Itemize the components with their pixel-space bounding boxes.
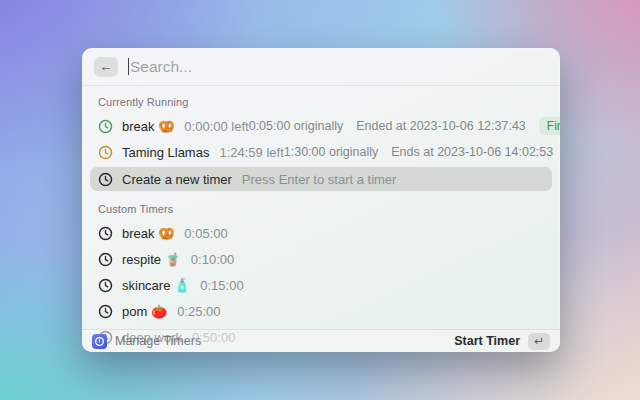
- return-key-icon: ↵: [528, 333, 550, 350]
- custom-timer-row[interactable]: pom 🍅 0:25:00: [90, 298, 552, 324]
- timer-duration: 0:25:00: [177, 304, 220, 319]
- running-timer-row[interactable]: break 🥨 0:00:00 left 0:05:00 originally …: [90, 113, 552, 139]
- search-bar: ← Search...: [82, 48, 560, 86]
- timer-duration: 0:05:00: [184, 226, 227, 241]
- section-header-custom-timers: Custom Timers: [90, 193, 552, 220]
- section-header-currently-running: Currently Running: [90, 90, 552, 113]
- timer-duration: 0:10:00: [191, 252, 234, 267]
- clock-icon: [98, 226, 113, 241]
- timer-time-left: 1:24:59 left: [219, 145, 283, 160]
- timer-title: respite 🧋: [122, 252, 181, 267]
- launcher-window: ← Search... Currently Running break 🥨 0:…: [82, 48, 560, 352]
- custom-timer-row[interactable]: respite 🧋 0:10:00: [90, 246, 552, 272]
- footer-bar: Manage Timers Start Timer ↵: [82, 329, 560, 352]
- timers-app-icon: [92, 334, 107, 349]
- search-placeholder: Search...: [130, 58, 192, 76]
- timer-title: break 🥨: [122, 119, 174, 134]
- timer-end-info: Ended at 2023-10-06 12:37:43: [356, 119, 526, 133]
- results-list: Currently Running break 🥨 0:00:00 left 0…: [82, 86, 560, 350]
- timer-original-duration: 1:30:00 originally: [284, 145, 379, 159]
- back-button[interactable]: ←: [94, 57, 118, 77]
- create-new-timer-row[interactable]: Create a new timer Press Enter to start …: [90, 167, 552, 191]
- primary-action[interactable]: Start Timer ↵: [454, 333, 550, 350]
- timer-end-info: Ends at 2023-10-06 14:02:53: [391, 145, 553, 159]
- text-caret: [128, 58, 129, 75]
- manage-timers-label[interactable]: Manage Timers: [115, 334, 201, 348]
- back-arrow-icon: ←: [100, 60, 113, 73]
- clock-icon: [98, 119, 113, 134]
- custom-timer-row[interactable]: skincare 🧴 0:15:00: [90, 272, 552, 298]
- timer-original-duration: 0:05:00 originally: [249, 119, 344, 133]
- clock-icon: [98, 252, 113, 267]
- custom-timer-row[interactable]: break 🥨 0:05:00: [90, 220, 552, 246]
- create-timer-hint: Press Enter to start a timer: [242, 172, 397, 187]
- clock-icon: [98, 145, 113, 160]
- timer-meta-group: 0:05:00 originally Ended at 2023-10-06 1…: [249, 117, 560, 135]
- timer-meta-group: 1:30:00 originally Ends at 2023-10-06 14…: [284, 143, 560, 161]
- timer-title: Taming Llamas: [122, 145, 209, 160]
- timer-title: pom 🍅: [122, 304, 167, 319]
- clock-icon: [98, 304, 113, 319]
- timer-duration: 0:15:00: [200, 278, 243, 293]
- status-badge: Finished!: [539, 117, 560, 135]
- search-input[interactable]: Search...: [128, 58, 548, 76]
- create-timer-label: Create a new timer: [122, 172, 232, 187]
- running-timer-row[interactable]: Taming Llamas 1:24:59 left 1:30:00 origi…: [90, 139, 552, 165]
- clock-icon: [98, 172, 113, 187]
- timer-title: skincare 🧴: [122, 278, 190, 293]
- start-timer-button[interactable]: Start Timer: [454, 334, 520, 348]
- timer-title: break 🥨: [122, 226, 174, 241]
- clock-icon: [98, 278, 113, 293]
- timer-time-left: 0:00:00 left: [184, 119, 248, 134]
